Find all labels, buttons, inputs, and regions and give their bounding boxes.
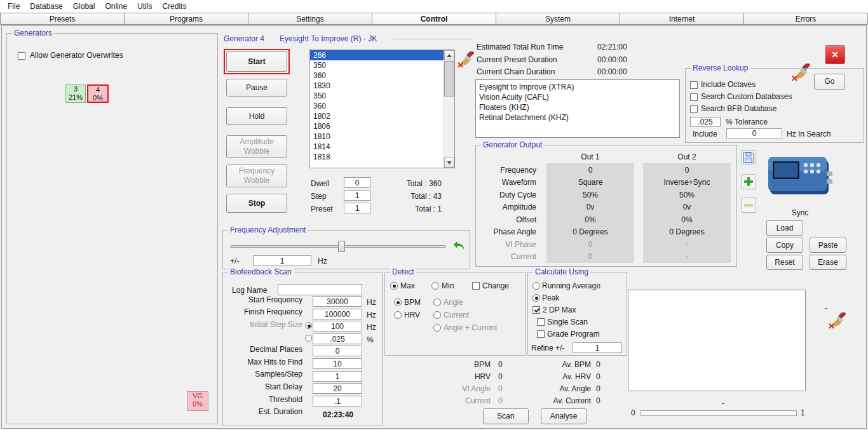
- peak-radio[interactable]: [532, 294, 540, 302]
- erase-button[interactable]: Erase: [810, 255, 846, 270]
- dp-max-label[interactable]: 2 DP Max: [543, 306, 576, 314]
- start-frequency-input[interactable]: [313, 296, 362, 307]
- grade-program-label[interactable]: Grade Program: [547, 330, 600, 339]
- detect-current-radio[interactable]: [433, 311, 441, 319]
- detect-change-label[interactable]: Change: [482, 281, 509, 290]
- threshold-input[interactable]: [313, 396, 362, 406]
- amplitude-wobble-button[interactable]: Amplitude Wobble: [226, 135, 287, 158]
- copy-button[interactable]: Copy: [766, 238, 803, 253]
- refine-input[interactable]: [573, 342, 622, 353]
- scroll-down-button[interactable]: [444, 158, 454, 168]
- reset-button[interactable]: Reset: [766, 255, 803, 270]
- peak-label[interactable]: Peak: [542, 293, 559, 302]
- single-scan-label[interactable]: Single Scan: [547, 318, 588, 326]
- tab-system[interactable]: System: [496, 13, 620, 25]
- detect-angle-label[interactable]: Angle: [444, 298, 463, 307]
- load-button[interactable]: Load: [766, 220, 803, 236]
- hold-button[interactable]: Hold: [226, 107, 287, 125]
- detect-bpm-radio[interactable]: [394, 299, 402, 306]
- allow-generator-overwrites-checkbox[interactable]: [18, 52, 25, 60]
- detect-angle-current-radio[interactable]: [433, 324, 441, 332]
- allow-generator-overwrites-label[interactable]: Allow Generator Overwrites: [30, 51, 123, 60]
- add-button[interactable]: [741, 174, 756, 189]
- search-custom-databases-checkbox[interactable]: [690, 93, 698, 101]
- detect-min-radio[interactable]: [431, 282, 439, 290]
- detect-angle-radio[interactable]: [433, 299, 441, 306]
- frequency-list-item[interactable]: 350: [310, 60, 454, 71]
- decimal-places-input[interactable]: [313, 346, 362, 356]
- frequency-adjustment-slider-thumb[interactable]: [338, 241, 345, 252]
- frequency-list-scrollbar[interactable]: [444, 50, 454, 168]
- start-button[interactable]: Start: [226, 51, 287, 72]
- frequency-list-item[interactable]: 1814: [310, 142, 454, 152]
- include-hz-input[interactable]: [726, 128, 782, 138]
- clear-graph-button[interactable]: ✕: [830, 312, 848, 328]
- scroll-up-button[interactable]: [444, 50, 454, 60]
- go-button[interactable]: Go: [814, 74, 845, 90]
- detect-min-label[interactable]: Min: [442, 281, 454, 290]
- step-size-percent-radio[interactable]: [305, 335, 312, 342]
- loaded-programs-list[interactable]: Eyesight to Improve (XTRA) Vision Acuity…: [475, 79, 680, 138]
- analyse-button[interactable]: Analyse: [541, 408, 587, 424]
- dp-max-checkbox[interactable]: [532, 306, 540, 314]
- tab-settings[interactable]: Settings: [248, 13, 372, 25]
- detect-hrv-radio[interactable]: [394, 311, 402, 319]
- frequency-list-item[interactable]: 1806: [310, 121, 454, 131]
- samples-per-step-input[interactable]: [313, 371, 362, 382]
- detect-max-label[interactable]: Max: [400, 281, 415, 290]
- stop-button[interactable]: Stop: [226, 194, 287, 213]
- frequency-wobble-button[interactable]: Frequency Wobble: [226, 165, 287, 187]
- graph-range-track[interactable]: [641, 410, 797, 416]
- program-list-item[interactable]: Floaters (KHZ): [476, 102, 679, 112]
- program-list-item[interactable]: Eyesight to Improve (XTRA): [476, 82, 679, 92]
- generator-4-badge[interactable]: 4 0%: [87, 84, 109, 103]
- finish-frequency-input[interactable]: [313, 309, 362, 319]
- menu-utils[interactable]: Utils: [133, 1, 158, 12]
- running-average-radio[interactable]: [532, 282, 540, 290]
- initial-step-size-input[interactable]: [313, 321, 362, 332]
- clear-frequencies-button[interactable]: ✕: [459, 51, 475, 67]
- menu-database[interactable]: Database: [26, 1, 69, 12]
- menu-file[interactable]: File: [4, 1, 26, 12]
- undo-adjustment-button[interactable]: [451, 238, 468, 254]
- generator-3-badge[interactable]: 3 21%: [65, 84, 86, 103]
- save-settings-button[interactable]: [741, 150, 756, 165]
- tab-errors[interactable]: Errors: [744, 13, 868, 25]
- frequency-list-item-selected[interactable]: 266: [310, 50, 454, 60]
- frequency-list-item[interactable]: 1818: [310, 152, 454, 162]
- tab-control[interactable]: Control: [372, 13, 496, 25]
- scrollbar-thumb[interactable]: [444, 61, 454, 97]
- step-size-hz-radio[interactable]: [305, 322, 312, 329]
- menu-global[interactable]: Global: [69, 1, 102, 12]
- step-input[interactable]: [344, 190, 370, 201]
- include-octaves-checkbox[interactable]: [690, 81, 698, 89]
- tab-presets[interactable]: Presets: [0, 13, 125, 25]
- tab-internet[interactable]: Internet: [620, 13, 744, 25]
- detect-hrv-label[interactable]: HRV: [404, 311, 420, 319]
- scan-button[interactable]: Scan: [483, 408, 529, 424]
- tab-programs[interactable]: Programs: [125, 13, 248, 25]
- single-scan-checkbox[interactable]: [537, 318, 545, 326]
- search-bfb-database-label[interactable]: Search BFB Database: [701, 104, 776, 113]
- frequency-list-item[interactable]: 1810: [310, 131, 454, 142]
- menu-credits[interactable]: Credits: [158, 1, 193, 12]
- preset-input[interactable]: [344, 203, 370, 213]
- menu-online[interactable]: Online: [101, 1, 133, 12]
- adjustment-amount-input[interactable]: [253, 255, 311, 266]
- detect-bpm-label[interactable]: BPM: [404, 298, 421, 307]
- tolerance-input[interactable]: [690, 117, 721, 127]
- frequency-list[interactable]: 266 350 360 1830 350 360 1802 1806 1810 …: [309, 50, 455, 168]
- vg-badge[interactable]: VG 0%: [187, 391, 208, 411]
- frequency-list-item[interactable]: 350: [310, 91, 454, 101]
- frequency-list-item[interactable]: 360: [310, 71, 454, 81]
- search-bfb-database-checkbox[interactable]: [690, 105, 698, 113]
- close-button[interactable]: ✕: [825, 45, 845, 64]
- percent-step-size-input[interactable]: [313, 333, 362, 344]
- pause-button[interactable]: Pause: [226, 79, 287, 97]
- program-list-item[interactable]: Vision Acuity (CAFL): [476, 92, 679, 102]
- frequency-list-item[interactable]: 1830: [310, 81, 454, 91]
- detect-angle-current-label[interactable]: Angle + Current: [444, 323, 497, 332]
- max-hits-input[interactable]: [313, 358, 362, 369]
- detect-change-checkbox[interactable]: [472, 282, 480, 290]
- detect-max-radio[interactable]: [390, 282, 398, 290]
